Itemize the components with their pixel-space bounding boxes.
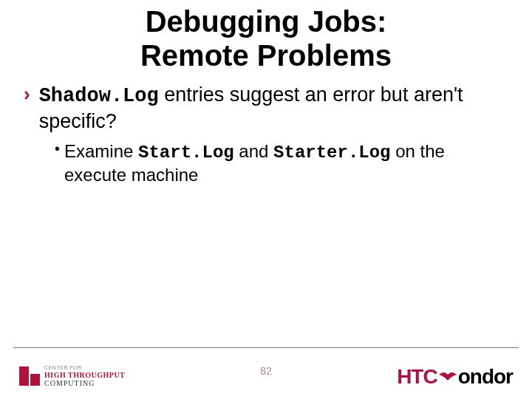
slide-body: › Shadow.Log entries suggest an error bu…: [0, 72, 532, 186]
logo-htcondor-text: HTCondor: [397, 365, 513, 389]
logo-chtc-line1: CENTER FOR: [44, 365, 125, 371]
bullet-2-mid: and: [234, 141, 273, 161]
bullet-1-text: Shadow.Log entries suggest an error but …: [39, 83, 510, 134]
bullet-level-2: • Examine Start.Log and Starter.Log on t…: [55, 140, 510, 186]
logo-bar: [19, 366, 29, 386]
slide-title: Debugging Jobs: Remote Problems: [0, 0, 532, 72]
bullet-2-text: Examine Start.Log and Starter.Log on the…: [64, 140, 510, 186]
bullet-level-1: › Shadow.Log entries suggest an error bu…: [22, 83, 510, 134]
title-line-1: Debugging Jobs:: [146, 5, 387, 38]
logo-htc-black: ondor: [458, 365, 513, 388]
logo-chtc-text: CENTER FOR HIGH THROUGHPUT COMPUTING: [44, 365, 125, 387]
code-starterlog: Starter.Log: [273, 143, 390, 163]
title-line-2: Remote Problems: [140, 39, 392, 72]
bird-icon: [438, 370, 457, 385]
logo-chtc: CENTER FOR HIGH THROUGHPUT COMPUTING: [19, 365, 125, 387]
logo-chtc-mark-icon: [19, 366, 40, 386]
code-shadowlog: Shadow.Log: [39, 85, 159, 107]
logo-chtc-line3: COMPUTING: [44, 379, 125, 387]
logo-htcondor: HTCondor: [397, 365, 513, 389]
logo-bar: [30, 374, 40, 386]
footer-divider: [13, 347, 519, 348]
slide: Debugging Jobs: Remote Problems › Shadow…: [0, 0, 532, 399]
code-startlog: Start.Log: [138, 143, 234, 163]
bullet-dot-icon: •: [55, 140, 60, 157]
logo-htc-red: HTC: [397, 365, 437, 388]
footer: 82 CENTER FOR HIGH THROUGHPUT COMPUTING …: [0, 347, 532, 399]
chevron-right-icon: ›: [24, 83, 30, 106]
bullet-2-pre: Examine: [64, 141, 138, 161]
logo-chtc-line2: HIGH THROUGHPUT: [44, 371, 125, 379]
